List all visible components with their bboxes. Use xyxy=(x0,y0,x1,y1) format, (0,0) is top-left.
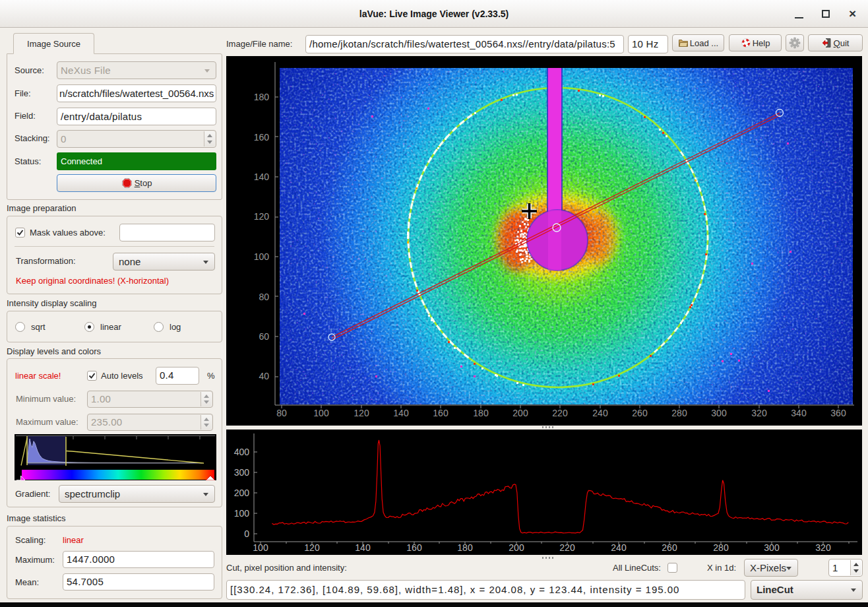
svg-text:220: 220 xyxy=(552,408,568,418)
svg-text:100: 100 xyxy=(254,251,270,262)
svg-text:260: 260 xyxy=(632,408,648,418)
svg-text:80: 80 xyxy=(259,292,269,302)
svg-text:140: 140 xyxy=(393,408,409,418)
svg-text:200: 200 xyxy=(234,488,250,498)
svg-text:80: 80 xyxy=(276,408,287,418)
svg-text:180: 180 xyxy=(473,408,489,418)
svg-text:280: 280 xyxy=(671,408,687,418)
svg-text:120: 120 xyxy=(254,211,270,222)
svg-text:320: 320 xyxy=(751,408,767,418)
svg-text:360: 360 xyxy=(830,408,846,418)
svg-text:180: 180 xyxy=(254,92,270,102)
svg-text:100: 100 xyxy=(313,408,329,418)
svg-text:100: 100 xyxy=(234,508,250,519)
svg-text:120: 120 xyxy=(354,408,369,418)
svg-text:200: 200 xyxy=(512,408,528,418)
svg-text:160: 160 xyxy=(254,132,270,143)
svg-text:0: 0 xyxy=(244,528,249,539)
svg-text:400: 400 xyxy=(234,447,250,457)
svg-text:300: 300 xyxy=(711,408,727,418)
svg-text:140: 140 xyxy=(254,172,270,182)
svg-text:40: 40 xyxy=(259,371,269,381)
svg-text:60: 60 xyxy=(259,331,269,342)
svg-text:160: 160 xyxy=(433,408,449,418)
svg-text:300: 300 xyxy=(234,467,250,478)
svg-text:240: 240 xyxy=(592,408,608,418)
svg-text:340: 340 xyxy=(791,408,807,418)
